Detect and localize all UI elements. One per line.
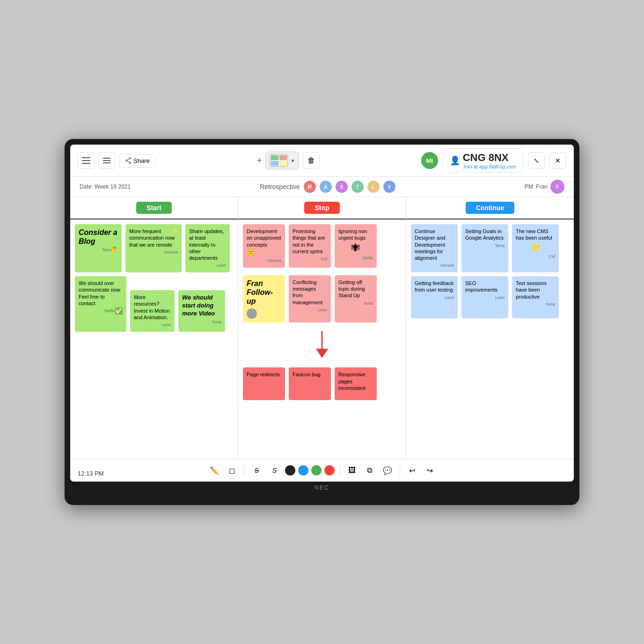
minimize-button[interactable]: ⤡ [528, 152, 545, 169]
monitor-brand: NEC [70, 484, 574, 491]
note-more-video[interactable]: We should start doing more Video Yuna [178, 290, 225, 332]
note-responsive-pages[interactable]: Responsive pages inconsistent [335, 367, 377, 400]
participant-avatar-4: T [351, 181, 364, 193]
time-display: 12:13 PM [78, 470, 104, 477]
cng-badge: 👤 CNG 8NX Join at app.flatfrog.com [443, 148, 523, 173]
cng-link: Join at app.flatfrog.com [463, 164, 516, 169]
note-overcommunicate[interactable]: We should over communicate now. Feel fre… [75, 276, 126, 332]
note-user-testing[interactable]: Getting feedback from user testing Leon [411, 276, 458, 318]
stop-mid-row: Fran Follow-up Conflicting messages from… [243, 275, 401, 323]
pen-tool-button[interactable]: ✏️ [207, 463, 222, 478]
start-column-header: Start [70, 197, 238, 220]
pm-label: PM: Fran [525, 183, 548, 190]
board-info: Date: Week 16 2021 Retrospective M A S T… [70, 177, 574, 197]
note-dev-unapproved[interactable]: Development on unapproved concepts 😕 Vin… [243, 224, 285, 268]
toolbar-divider-3 [400, 465, 400, 476]
start-button[interactable]: Start [136, 202, 172, 214]
down-arrow [243, 326, 401, 364]
note-ignoring-bugs[interactable]: Ignoring non urgent bugs 🕷 Stella [335, 224, 377, 268]
board-pm-area: PM: Fran F [525, 180, 564, 194]
person-icon: 👤 [450, 155, 460, 166]
svg-line-10 [127, 161, 129, 162]
share-label: Share [133, 157, 150, 164]
stop-column: Stop Development on unapproved concepts … [238, 197, 406, 459]
board-title: Retrospective [260, 183, 300, 190]
toolbar-right: MI 👤 CNG 8NX Join at app.flatfrog.com ⤡ … [421, 148, 566, 173]
board-title-area: Retrospective M A S T L V [140, 181, 515, 193]
toolbar-divider-2 [339, 465, 340, 476]
toolbar: Share + ▼ 🗑 [70, 145, 574, 177]
note-favicon-bug[interactable]: Favicon bug [289, 367, 331, 400]
continue-column-body: Continue Designer and Development meetin… [406, 220, 574, 323]
share-button[interactable]: Share [119, 154, 156, 168]
image-insert-button[interactable]: 🖼 [344, 463, 359, 478]
sidebar-toggle-button[interactable] [78, 152, 95, 169]
start-column: Start Consider a Blog 🤔 Terra More frequ… [70, 197, 238, 459]
bottom-toolbar: ✏️ ◻ S S 🖼 ⧉ 💬 ↩ ↪ 12:13 PM [70, 459, 574, 482]
redo-button[interactable]: ↪ [423, 463, 438, 478]
note-consider-blog[interactable]: Consider a Blog 🤔 Terra [75, 224, 122, 272]
comment-button[interactable]: 💬 [380, 463, 395, 478]
note-new-cms[interactable]: The new CMS has been useful ⭐ Cid [512, 224, 559, 272]
stop-column-header: Stop [238, 197, 406, 220]
continue-column: Continue Continue Designer and Developme… [406, 197, 574, 459]
note-seo[interactable]: SEO improvements Leon [461, 276, 508, 318]
note-designer-dev[interactable]: Continue Designer and Development meetin… [411, 224, 458, 272]
fran-avatar [247, 308, 257, 319]
svg-rect-14 [271, 161, 278, 166]
stop-bottom-row: Page redirects Favicon bug Responsive pa… [243, 367, 401, 400]
participant-avatar-2: A [320, 181, 332, 193]
svg-rect-15 [279, 161, 287, 166]
note-fran-followup[interactable]: Fran Follow-up [243, 275, 285, 323]
stroke-style-2-button[interactable]: S [267, 463, 282, 478]
svg-point-8 [130, 162, 131, 164]
monitor: Share + ▼ 🗑 [65, 139, 579, 505]
color-green[interactable] [311, 465, 322, 476]
svg-marker-17 [316, 349, 328, 358]
add-icon[interactable]: + [257, 156, 262, 166]
template-button[interactable]: ▼ [265, 152, 299, 169]
svg-rect-1 [82, 160, 90, 161]
start-column-body: Consider a Blog 🤔 Terra More frequent co… [70, 220, 238, 337]
note-setting-goals[interactable]: Setting Goals in Google Analytics Terra [461, 224, 508, 272]
board-date: Date: Week 16 2021 [80, 183, 131, 190]
user-avatar: MI [421, 152, 438, 169]
color-red[interactable] [324, 465, 335, 476]
stop-button[interactable]: Stop [304, 202, 339, 214]
note-conflicting-messages[interactable]: Conflicting messages from management Leo… [289, 275, 331, 323]
continue-button[interactable]: Continue [466, 202, 515, 214]
note-off-topic[interactable]: Getting off topic during Stand Up Yuna [335, 275, 377, 323]
participant-avatar-6: V [383, 181, 395, 193]
svg-rect-5 [103, 162, 110, 163]
note-promising-things[interactable]: Promising things that are not in the cur… [289, 224, 331, 268]
toolbar-divider-1 [244, 465, 245, 476]
eraser-tool-button[interactable]: ◻ [225, 463, 240, 478]
color-blue[interactable] [298, 465, 308, 476]
svg-rect-13 [279, 155, 287, 160]
svg-point-7 [126, 160, 127, 161]
pm-avatar: F [550, 180, 564, 194]
stop-column-body: Development on unapproved concepts 😕 Vin… [238, 220, 406, 405]
duplicate-button[interactable]: ⧉ [362, 463, 377, 478]
stop-top-row: Development on unapproved concepts 😕 Vin… [243, 224, 401, 268]
participant-avatar-5: L [367, 181, 380, 193]
note-share-updates[interactable]: Share updates, at least internally to ot… [185, 224, 230, 272]
svg-rect-4 [103, 160, 110, 161]
svg-line-9 [127, 159, 129, 160]
color-black[interactable] [285, 465, 295, 476]
stroke-style-1-button[interactable]: S [249, 463, 264, 478]
note-test-sessions[interactable]: Test sessions have been productive Yuna [512, 276, 559, 318]
svg-rect-12 [271, 155, 278, 160]
toolbar-center: + ▼ 🗑 [160, 152, 417, 169]
close-button[interactable]: ✕ [549, 152, 566, 169]
svg-rect-3 [103, 158, 110, 159]
note-more-resources[interactable]: More resources? Invest in Motion and Ani… [130, 290, 175, 332]
note-frequent-comm[interactable]: More frequent communication now that we … [125, 224, 182, 272]
menu-button[interactable] [98, 152, 115, 169]
delete-board-button[interactable]: 🗑 [303, 152, 320, 169]
undo-button[interactable]: ↩ [405, 463, 420, 478]
board: Start Consider a Blog 🤔 Terra More frequ… [70, 197, 574, 459]
note-page-redirects[interactable]: Page redirects [243, 367, 285, 400]
svg-rect-2 [82, 163, 90, 164]
toolbar-left: Share [78, 152, 156, 169]
